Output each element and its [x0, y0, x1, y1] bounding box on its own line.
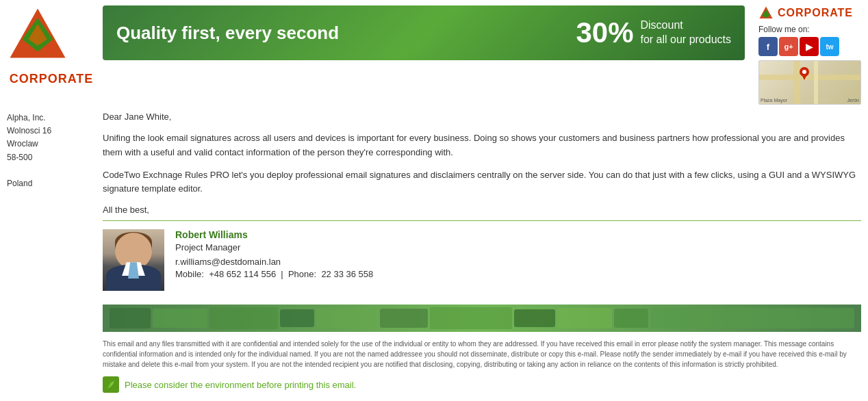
banner-discount: 30% Discountfor all our products [576, 16, 731, 49]
footer-banner [103, 305, 861, 332]
corporate-label: CORPORATE [778, 7, 853, 19]
signature-block: Robert Williams Project Manager r.willia… [103, 229, 861, 291]
googleplus-icon[interactable]: g+ [779, 37, 798, 56]
banner-tagline: Quality first, every second [116, 23, 576, 44]
email-paragraph1: Unifing the look email signatures across… [103, 131, 861, 160]
eco-icon [103, 376, 119, 393]
map-image: Plaza Mayor Jerón [758, 60, 861, 105]
phone-number: 22 33 36 558 [321, 269, 373, 279]
email-content: Dear Jane White, Unifing the look email … [96, 112, 861, 393]
promo-banner: Quality first, every second 30% Discount… [103, 5, 745, 60]
youtube-icon[interactable]: ▶ [800, 37, 819, 56]
main-layout: Alpha, Inc. Wolnosci 16 Wroclaw 58-500 P… [0, 105, 868, 400]
svg-point-7 [802, 70, 806, 74]
corporate-logo-small [758, 5, 774, 21]
mobile-number: +48 652 114 556 [209, 269, 276, 279]
logo-area: CORPORATE [7, 5, 96, 86]
sig-contact: Mobile: +48 652 114 556 | Phone: 22 33 3… [175, 269, 373, 279]
email-paragraph2: CodeTwo Exchnage Rules PRO let's you dep… [103, 168, 861, 197]
address-street: Wolnosci 16 [7, 125, 96, 138]
svg-marker-6 [801, 73, 808, 80]
sidebar: Alpha, Inc. Wolnosci 16 Wroclaw 58-500 P… [7, 112, 96, 393]
social-icons-row: f g+ ▶ tw [758, 37, 861, 56]
banner-area: Quality first, every second 30% Discount… [96, 5, 752, 60]
map-label-right: Jerón [847, 98, 859, 103]
leaf-icon [105, 378, 117, 391]
address-country: Poland [7, 177, 96, 190]
email-closing: All the best, [103, 205, 861, 215]
signature-divider [103, 220, 861, 221]
address-postal: 58-500 [7, 151, 96, 164]
phone-label: Phone: [288, 269, 316, 279]
header: CORPORATE Quality first, every second 30… [0, 0, 868, 105]
follow-label: Follow me on: [758, 25, 861, 34]
discount-percent: 30% [576, 16, 633, 49]
right-panel: CORPORATE Follow me on: f g+ ▶ tw Plaza … [752, 5, 861, 105]
eco-text: Please consider the environment before p… [125, 380, 356, 390]
twitter-icon[interactable]: tw [820, 37, 839, 56]
logo-icon [7, 5, 68, 67]
sig-email: r.williams@destdomain.lan [175, 257, 373, 267]
eco-row: Please consider the environment before p… [103, 376, 861, 393]
company-name: Alpha, Inc. [7, 112, 96, 125]
signature-details: Robert Williams Project Manager r.willia… [175, 229, 373, 279]
facebook-icon[interactable]: f [758, 37, 778, 56]
sig-name: Robert Williams [175, 229, 373, 240]
email-greeting: Dear Jane White, [103, 112, 861, 122]
mobile-label: Mobile: [175, 269, 204, 279]
address-city: Wroclaw [7, 138, 96, 151]
discount-desc: Discountfor all our products [640, 18, 731, 47]
map-pin [799, 66, 810, 80]
avatar [103, 229, 164, 291]
company-address: Alpha, Inc. Wolnosci 16 Wroclaw 58-500 P… [7, 112, 96, 190]
disclaimer-text: This email and any files transmitted wit… [103, 339, 861, 370]
map-label-left: Plaza Mayor [761, 98, 787, 103]
sig-title: Project Manager [175, 242, 373, 253]
logo-text: CORPORATE [7, 72, 96, 86]
